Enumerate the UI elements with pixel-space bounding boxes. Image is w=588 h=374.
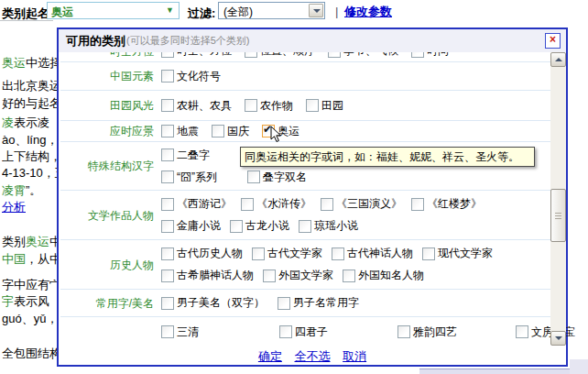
checkbox-icon[interactable] <box>332 248 344 260</box>
close-icon[interactable]: × <box>545 33 561 49</box>
checkbox-icon[interactable] <box>343 270 355 282</box>
checkbox-icon[interactable] <box>321 198 333 211</box>
select-none-button[interactable]: 全不选 <box>295 349 331 363</box>
checkbox-icon[interactable] <box>161 125 174 138</box>
scroll-up-button[interactable] <box>550 52 566 67</box>
category-option[interactable]: 外国知名人物 <box>343 268 424 283</box>
category-option-label: 位置、顺序 <box>260 52 315 59</box>
category-option[interactable]: 《三国演义》 <box>321 196 402 212</box>
category-option-line: 《西游记》《水浒传》《三国演义》《红楼梦》 <box>161 196 482 212</box>
category-option[interactable]: 琼瑶小说 <box>299 218 358 234</box>
category-row: 田园风光农耕、农具农作物田园 <box>60 91 550 121</box>
checkbox-icon[interactable] <box>161 325 174 338</box>
category-option[interactable]: 田园 <box>306 98 343 114</box>
category-option[interactable]: 古希腊神话人物 <box>161 268 254 283</box>
select-arrow-button[interactable] <box>309 4 323 17</box>
background-link[interactable]: 分析 <box>2 200 57 214</box>
category-option-label: 古代文学家 <box>267 246 322 261</box>
category-option[interactable]: 金庸小说 <box>161 218 221 234</box>
checkbox-icon[interactable] <box>245 52 257 58</box>
category-row: 三清四君子雅韵四艺文房四宝 <box>60 317 550 346</box>
category-option[interactable]: 三清 <box>161 324 267 340</box>
checkbox-icon[interactable] <box>230 220 243 233</box>
checkbox-icon[interactable] <box>161 270 174 282</box>
category-option[interactable]: 农作物 <box>245 98 293 114</box>
category-option[interactable]: “囧”系列 <box>161 170 234 185</box>
category-option-line: 古代历史人物古代文学家古代神话人物现代文学家 <box>161 246 493 261</box>
checkbox-icon[interactable] <box>516 325 528 338</box>
category-option[interactable]: 时空、方位 <box>161 52 232 59</box>
checkbox-icon[interactable] <box>411 52 424 58</box>
checkbox-icon[interactable] <box>278 297 290 310</box>
background-text-segment: 出北京奥运 <box>2 79 57 93</box>
category-option[interactable]: 《水浒传》 <box>241 196 311 212</box>
checkbox-icon[interactable] <box>299 220 311 233</box>
checkbox-icon[interactable] <box>161 198 174 211</box>
checkbox-icon[interactable] <box>161 99 174 112</box>
checkbox-icon[interactable] <box>422 248 435 260</box>
category-option[interactable]: 时间 <box>411 52 449 59</box>
checkbox-icon[interactable] <box>306 99 319 112</box>
confirm-button[interactable]: 确定 <box>258 349 282 363</box>
background-text-line: 4-13-10，五 <box>2 166 57 180</box>
category-option[interactable]: 二叠字 <box>161 148 234 163</box>
category-option[interactable]: 古代历史人物 <box>161 246 243 261</box>
checkbox-icon[interactable] <box>212 125 224 138</box>
checkbox-icon[interactable] <box>161 297 174 310</box>
category-option[interactable]: 叠字双名 <box>247 170 321 185</box>
category-option[interactable]: 季节、气候 <box>328 52 398 59</box>
category-option[interactable]: 国庆 <box>212 124 249 139</box>
background-text-segment: 全包围结构 <box>2 346 57 360</box>
category-option[interactable]: 《红楼梦》 <box>411 196 482 212</box>
category-option[interactable]: 古代文学家 <box>252 246 322 261</box>
filter-label: 过滤: <box>188 6 215 22</box>
background-text-line: 全包围结构 <box>2 346 57 360</box>
checkbox-icon[interactable] <box>161 52 174 58</box>
category-option-label: 文化符号 <box>177 69 221 84</box>
tooltip: 同奥运相关的字或词，如：福娃、妮妮、祥云、圣火等。 <box>240 147 535 167</box>
category-options: 《西游记》《水浒传》《三国演义》《红楼梦》金庸小说古龙小说琼瑶小说 <box>161 196 482 234</box>
checkbox-icon[interactable] <box>252 248 265 260</box>
checkbox-icon[interactable] <box>247 170 260 183</box>
category-option[interactable]: 古代神话人物 <box>332 246 413 261</box>
checkbox-icon[interactable] <box>397 325 410 338</box>
checkbox-icon[interactable] <box>241 198 254 211</box>
scrollbar[interactable] <box>550 52 566 346</box>
category-option[interactable]: 地震 <box>161 124 199 139</box>
category-option[interactable]: 位置、顺序 <box>245 52 315 59</box>
category-option[interactable]: 男子美名（双字） <box>161 295 265 311</box>
checkbox-icon[interactable] <box>161 70 174 82</box>
category-option[interactable]: 文化符号 <box>161 69 221 84</box>
category-option[interactable]: 古龙小说 <box>230 218 289 234</box>
background-text-segment: 表示凌 <box>14 116 49 129</box>
checkbox-icon[interactable] <box>161 248 174 260</box>
category-group-label: 田园风光 <box>62 99 154 112</box>
category-option[interactable]: 农耕、农具 <box>161 98 232 114</box>
checkbox-icon[interactable] <box>161 220 174 233</box>
category-options: 三清四君子雅韵四艺文房四宝 <box>161 324 588 340</box>
checkbox-icon[interactable] <box>328 52 341 58</box>
category-option[interactable]: 雅韵四艺 <box>397 324 503 340</box>
category-option[interactable]: 男子名常用字 <box>278 295 359 311</box>
checkbox-icon[interactable] <box>263 270 276 282</box>
category-option[interactable]: 四君子 <box>279 324 385 340</box>
background-text-segment: 宇 <box>2 294 14 308</box>
category-option[interactable]: 现代文学家 <box>422 246 493 261</box>
background-text-segment: 好的与起名 <box>2 96 57 110</box>
edit-params-link[interactable]: 修改参数 <box>344 4 392 20</box>
scroll-down-button[interactable] <box>550 331 566 346</box>
checkbox-icon[interactable] <box>411 198 424 211</box>
category-option[interactable]: 外国文学家 <box>263 268 333 283</box>
category-option[interactable]: 《西游记》 <box>161 196 232 212</box>
category-group-label: 常用字/美名 <box>62 297 154 310</box>
background-text-line: guó、yǔ， <box>2 312 57 325</box>
category-group-label: 中国元素 <box>62 70 154 82</box>
filter-select[interactable]: (全部) <box>218 2 325 19</box>
category-dropdown[interactable]: 奥运 ▼ <box>47 2 180 19</box>
checkbox-icon[interactable] <box>161 148 174 161</box>
checkbox-icon[interactable] <box>161 170 174 183</box>
checkbox-icon[interactable] <box>279 325 292 338</box>
scroll-thumb[interactable] <box>550 189 566 242</box>
cancel-button[interactable]: 取消 <box>343 349 366 363</box>
checkbox-icon[interactable] <box>245 99 257 112</box>
